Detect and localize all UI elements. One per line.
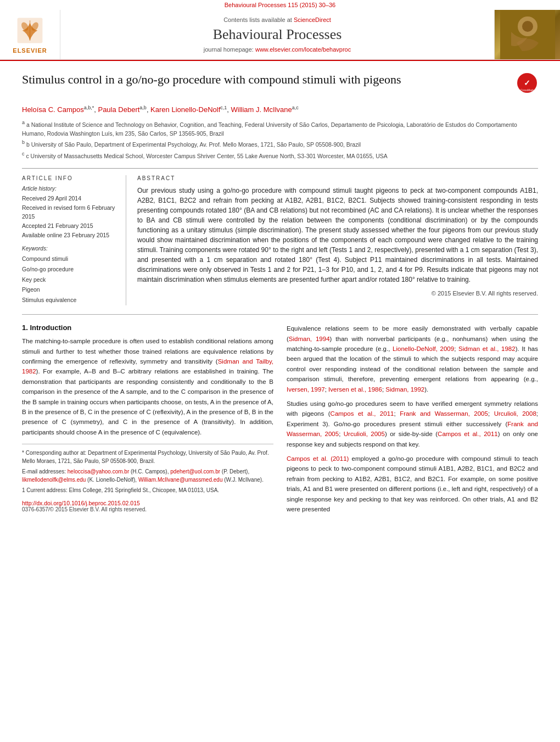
article-info-col: ARTICLE INFO Article history: Received 2… — [22, 175, 126, 305]
author-campos[interactable]: Heloísa C. Campos — [22, 105, 84, 114]
svg-text:✓: ✓ — [524, 79, 530, 87]
author-mcilvane[interactable]: William J. McIlvane — [231, 105, 292, 114]
page-wrapper: Behavioural Processes 115 (2015) 30–36 E… — [0, 0, 560, 742]
intro-para-gonogo: Studies using go/no-go procedures seem t… — [287, 399, 538, 449]
ref-lionello-2009[interactable]: Lionello-DeNolf, 2009 — [393, 345, 454, 352]
email-campos[interactable]: heloccisa@yahoo.com.br — [68, 468, 129, 475]
journal-header: Behavioural Processes 115 (2015) 30–36 E… — [0, 0, 560, 61]
intro-para-1: The matching-to-sample procedure is ofte… — [22, 336, 273, 437]
journal-homepage: journal homepage: www.elsevier.com/locat… — [204, 46, 351, 53]
homepage-url[interactable]: www.elsevier.com/locate/behavproc — [255, 46, 351, 53]
keyword-2: Go/no-go procedure — [22, 264, 118, 275]
journal-title-center: Contents lists available at ScienceDirec… — [60, 10, 494, 59]
intro-para-equivalence: Equivalence relations seem to be more ea… — [287, 323, 538, 394]
crossmark-badge: ✓ CrossMark — [516, 72, 538, 94]
introduction-heading: 1. Introduction — [22, 323, 273, 332]
ref-sidman-tailby[interactable]: Sidman and Tailby, 1982 — [22, 358, 273, 375]
accepted-date: Accepted 21 February 2015 — [22, 221, 118, 231]
affiliations: a a National Institute of Science and Te… — [22, 119, 538, 160]
elsevier-tree-icon — [15, 15, 45, 46]
elsevier-logo-box: ELSEVIER — [0, 10, 60, 59]
sciencedirect-link[interactable]: ScienceDirect — [294, 16, 331, 23]
copyright-line: © 2015 Elsevier B.V. All rights reserved… — [137, 289, 538, 298]
citation-text: Behavioural Processes 115 (2015) 30–36 — [225, 2, 335, 8]
ref-sidman-1982[interactable]: Sidman et al., 1982 — [458, 345, 516, 352]
article-citation-bar: Behavioural Processes 115 (2015) 30–36 — [0, 0, 560, 10]
author-lionello[interactable]: Karen Lionello-DeNolf — [150, 105, 220, 114]
abstract-section: Our previous study using a go/no-go proc… — [137, 186, 538, 298]
crossmark-icon: ✓ CrossMark — [517, 72, 537, 93]
keyword-1: Compound stimuli — [22, 254, 118, 264]
svg-text:CrossMark: CrossMark — [520, 88, 534, 92]
abstract-label: ABSTRACT — [137, 175, 538, 181]
ref-sidman-1992[interactable]: Sidman, 1992 — [385, 386, 424, 393]
email-debert[interactable]: pdehert@uol.com.br — [170, 468, 220, 475]
abstract-text: Our previous study using a go/no-go proc… — [137, 186, 538, 284]
doi-line: http://dx.doi.org/10.1016/j.beproc.2015.… — [22, 500, 273, 506]
affil-c: c c University of Massachusetts Medical … — [22, 150, 538, 160]
sciencedirect-label: Contents lists available at ScienceDirec… — [223, 16, 331, 23]
body-two-col: 1. Introduction The matching-to-sample p… — [22, 323, 538, 518]
body-left-col: 1. Introduction The matching-to-sample p… — [22, 323, 273, 518]
footnote-current-address: 1 Current address: Elms College, 291 Spr… — [22, 486, 273, 494]
author-debert[interactable]: Paula Debert — [98, 105, 139, 114]
header-top: ELSEVIER Contents lists available at Sci… — [0, 10, 560, 60]
revised-date: Received in revised form 6 February 2015 — [22, 203, 118, 222]
ref-frank-2005b[interactable]: Frank and Wasserman, 2005 — [287, 421, 538, 437]
article-title: Stimulus control in a go/no-go procedure… — [22, 72, 505, 88]
section-divider — [22, 314, 538, 315]
svg-point-6 — [522, 21, 533, 32]
received-date: Received 29 April 2014 — [22, 194, 118, 203]
journal-thumbnail-image — [495, 10, 560, 59]
email-lionello[interactable]: likmellodenolfk@elms.edu — [22, 477, 86, 483]
footnote-corresponding: * Corresponding author at: Department of… — [22, 449, 273, 465]
online-date: Available online 23 February 2015 — [22, 231, 118, 240]
history-label: Article history: — [22, 186, 118, 192]
footnote-email: E-mail addresses: heloccisa@yahoo.com.br… — [22, 467, 273, 484]
journal-name: Behavioural Processes — [213, 26, 342, 43]
footnotes-section: * Corresponding author at: Department of… — [22, 444, 273, 494]
ref-urculioli-2008[interactable]: Urculioli, 2008 — [494, 410, 536, 417]
ref-campos-2011[interactable]: Campos et al., 2011 — [331, 410, 394, 417]
ref-iversen-1986[interactable]: Iversen et al., 1986 — [328, 386, 382, 393]
affil-b: b b University of São Paulo, Department … — [22, 139, 538, 149]
affil-a: a a National Institute of Science and Te… — [22, 119, 538, 138]
info-abstract-cols: ARTICLE INFO Article history: Received 2… — [22, 168, 538, 305]
keyword-5: Stimulus equivalence — [22, 295, 118, 305]
ref-urculioli-2005[interactable]: Urculioli, 2005 — [344, 431, 385, 437]
keywords-list: Compound stimuli Go/no-go procedure Key … — [22, 254, 118, 305]
doi-link[interactable]: http://dx.doi.org/10.1016/j.beproc.2015.… — [22, 500, 140, 506]
email-mcilvane[interactable]: William.McIlvane@umassmed.edu — [138, 477, 223, 483]
title-section: Stimulus control in a go/no-go procedure… — [22, 72, 538, 98]
abstract-col: ABSTRACT Our previous study using a go/n… — [137, 175, 538, 305]
intro-para-campos-2011: Campos et al. (2011) employed a go/no-go… — [287, 454, 538, 514]
ref-iversen-1997[interactable]: Iversen, 1997 — [287, 386, 325, 393]
keyword-4: Pigeon — [22, 284, 118, 295]
keywords-label: Keywords: — [22, 246, 118, 252]
journal-image-box — [494, 10, 560, 59]
history-dates: Received 29 April 2014 Received in revis… — [22, 194, 118, 240]
elsevier-logo: ELSEVIER — [13, 15, 47, 54]
body-right-col: Equivalence relations seem to be more ea… — [287, 323, 538, 518]
ref-frank-2005[interactable]: Frank and Wasserman, 2005 — [400, 410, 488, 417]
authors-line: Heloísa C. Camposa,b,*, Paula Deberta,b,… — [22, 105, 538, 114]
ref-campos-2011b[interactable]: Campos et al., 2011 — [438, 431, 498, 437]
ref-campos-main[interactable]: Campos et al. (2011) — [287, 455, 349, 462]
issn-line: 0376-6357/© 2015 Elsevier B.V. All right… — [22, 506, 273, 512]
article-info-label: ARTICLE INFO — [22, 175, 118, 181]
elsevier-brand-text: ELSEVIER — [13, 47, 47, 54]
main-content: Stimulus control in a go/no-go procedure… — [0, 61, 560, 529]
journal-cover-svg — [500, 10, 555, 59]
keyword-3: Key peck — [22, 275, 118, 285]
ref-sidman-1994[interactable]: Sidman, 1994 — [289, 336, 330, 342]
